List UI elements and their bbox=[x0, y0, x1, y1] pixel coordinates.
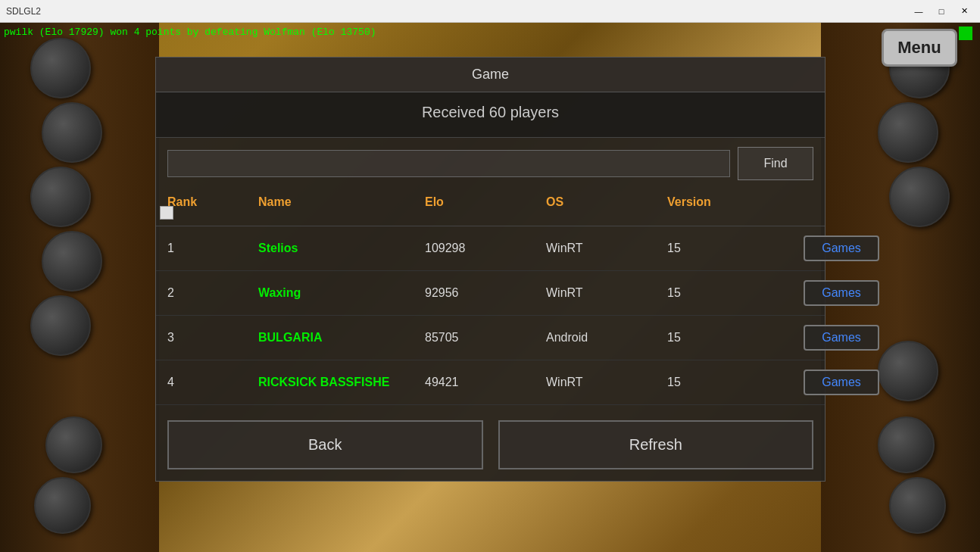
received-text: Received 60 players bbox=[167, 104, 813, 121]
cell-rank: 3 bbox=[167, 331, 258, 345]
games-button[interactable]: Games bbox=[804, 370, 879, 395]
cell-rank: 1 bbox=[167, 242, 258, 255]
table-header: Rank Name Elo OS Version bbox=[156, 189, 825, 226]
checker-piece bbox=[889, 167, 950, 227]
checker-piece bbox=[30, 38, 91, 98]
search-input[interactable] bbox=[167, 150, 730, 177]
close-button[interactable]: ✕ bbox=[954, 4, 974, 19]
col-header-elo: Elo bbox=[425, 195, 546, 209]
table-row: 1 Stelios 109298 WinRT 15 Games bbox=[156, 226, 825, 271]
checker-piece bbox=[42, 231, 102, 292]
cell-elo: 49421 bbox=[425, 376, 546, 389]
search-area: Find bbox=[156, 138, 825, 189]
refresh-button[interactable]: Refresh bbox=[498, 420, 814, 469]
cell-elo: 109298 bbox=[425, 242, 546, 255]
cell-version: 15 bbox=[667, 376, 804, 389]
checker-piece bbox=[878, 102, 938, 163]
cell-elo: 85705 bbox=[425, 331, 546, 345]
col-header-rank: Rank bbox=[167, 195, 258, 209]
cell-version: 15 bbox=[667, 331, 804, 345]
cell-os: Android bbox=[546, 331, 667, 345]
find-button[interactable]: Find bbox=[738, 147, 813, 180]
checker-piece bbox=[878, 416, 935, 473]
minimize-button[interactable]: — bbox=[909, 4, 929, 19]
main-dialog: Game Received 60 players Find Rank Name … bbox=[155, 57, 826, 482]
back-button[interactable]: Back bbox=[167, 420, 483, 469]
cell-rank: 2 bbox=[167, 286, 258, 300]
green-indicator bbox=[959, 27, 972, 40]
checker-piece bbox=[30, 167, 91, 227]
menu-button[interactable]: Menu bbox=[882, 29, 957, 67]
cell-version: 15 bbox=[667, 286, 804, 300]
cell-version: 15 bbox=[667, 242, 804, 255]
col-header-name: Name bbox=[258, 195, 425, 209]
checker-piece bbox=[889, 477, 946, 534]
titlebar-title: SDLGL2 bbox=[6, 6, 41, 17]
checker-piece bbox=[34, 477, 91, 534]
cell-name: RICKSICK BASSFISHE bbox=[258, 376, 425, 389]
table-row: 3 BULGARIA 85705 Android 15 Games bbox=[156, 316, 825, 360]
cell-name: BULGARIA bbox=[258, 331, 425, 345]
dialog-title: Game bbox=[472, 67, 509, 82]
cell-elo: 92956 bbox=[425, 286, 546, 300]
checker-piece bbox=[30, 295, 91, 356]
maximize-button[interactable]: □ bbox=[932, 4, 951, 19]
checker-piece bbox=[878, 341, 938, 401]
dialog-header: Game bbox=[156, 58, 825, 92]
checker-piece bbox=[45, 416, 102, 473]
cell-os: WinRT bbox=[546, 242, 667, 255]
col-header-os: OS bbox=[546, 195, 667, 209]
games-button[interactable]: Games bbox=[804, 325, 879, 351]
info-bar: Received 60 players bbox=[156, 92, 825, 138]
cell-name: Stelios bbox=[258, 242, 425, 255]
games-button[interactable]: Games bbox=[804, 235, 879, 261]
cell-name: Waxing bbox=[258, 286, 425, 300]
scrollbar[interactable] bbox=[160, 206, 173, 220]
cell-os: WinRT bbox=[546, 376, 667, 389]
cell-rank: 4 bbox=[167, 376, 258, 389]
notification-text: pwilk (Elo 17929) won 4 points by defeat… bbox=[4, 27, 376, 38]
titlebar-controls: — □ ✕ bbox=[909, 4, 974, 19]
checker-piece bbox=[42, 102, 102, 163]
table-row: 4 RICKSICK BASSFISHE 49421 WinRT 15 Game… bbox=[156, 360, 825, 405]
table-row: 2 Waxing 92956 WinRT 15 Games bbox=[156, 271, 825, 316]
titlebar: SDLGL2 — □ ✕ bbox=[0, 0, 980, 23]
table-body: 1 Stelios 109298 WinRT 15 Games 2 Waxing… bbox=[156, 226, 825, 405]
bottom-buttons: Back Refresh bbox=[156, 409, 825, 481]
cell-os: WinRT bbox=[546, 286, 667, 300]
games-button[interactable]: Games bbox=[804, 280, 879, 306]
col-header-version: Version bbox=[667, 195, 804, 209]
